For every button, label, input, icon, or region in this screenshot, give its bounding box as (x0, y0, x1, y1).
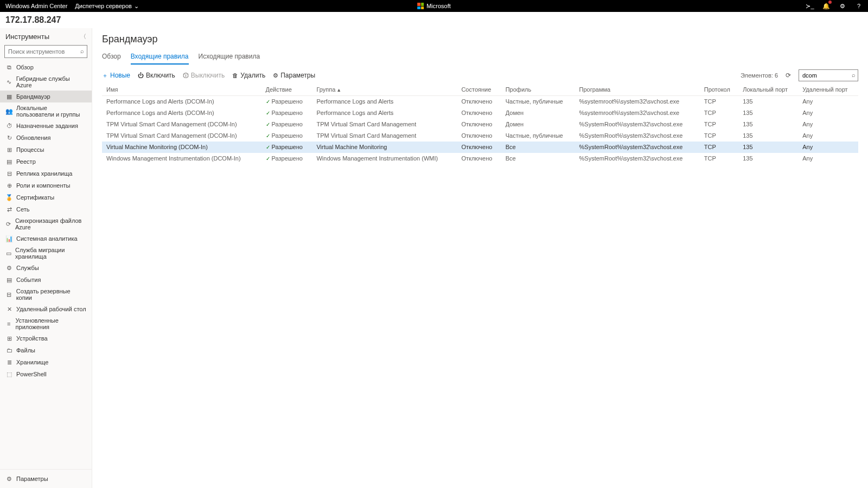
nav-icon: ≡ (5, 320, 12, 328)
nav-label: Устройства (16, 335, 48, 342)
nav-icon: ⇄ (5, 206, 13, 213)
sidebar-item[interactable]: ▤Реестр (0, 156, 92, 168)
table-row[interactable]: Performance Logs and Alerts (DCOM-In)✓Ра… (102, 107, 858, 119)
sidebar-item[interactable]: ✕Удаленный рабочий стол (0, 303, 92, 315)
table-cell: 135 (738, 130, 798, 142)
table-cell: Performance Logs and Alerts (DCOM-In) (102, 107, 261, 119)
tab[interactable]: Исходящие правила (199, 50, 260, 65)
sidebar-item[interactable]: ⊟Создать резервные копии (0, 286, 92, 303)
nav-icon: ▭ (5, 249, 12, 257)
table-row[interactable]: TPM Virtual Smart Card Management (DCOM-… (102, 119, 858, 130)
notifications-icon[interactable]: 🔔 (822, 2, 830, 10)
power-on-icon: ⏻ (138, 72, 144, 79)
help-icon[interactable]: ? (855, 2, 863, 10)
chevron-down-icon: ⌄ (134, 3, 139, 10)
sidebar-search-input[interactable] (4, 45, 87, 58)
topbar: Windows Admin Center Диспетчер серверов … (0, 0, 868, 12)
sidebar-item[interactable]: ⊞Процессы (0, 144, 92, 156)
sidebar-item[interactable]: ⏱Назначенные задания (0, 120, 92, 132)
delete-button[interactable]: 🗑Удалить (232, 72, 265, 79)
table-cell: TCP (700, 107, 738, 119)
sidebar-item[interactable]: ↻Обновления (0, 132, 92, 144)
table-cell: 135 (738, 107, 798, 119)
check-icon: ✓ (266, 133, 270, 139)
page-title: Брандмауэр (102, 34, 858, 45)
connection-label: Диспетчер серверов (75, 3, 132, 9)
table-cell: TCP (700, 142, 738, 153)
column-header[interactable]: Действие (261, 84, 312, 96)
enable-button[interactable]: ⏻Включить (138, 72, 175, 79)
sidebar-item[interactable]: ⚙Службы (0, 262, 92, 274)
column-header[interactable]: Протокол (700, 84, 738, 96)
sidebar-item[interactable]: ⊕Роли и компоненты (0, 179, 92, 191)
nav-icon: ▦ (5, 93, 13, 100)
sidebar-footer-settings[interactable]: ⚙ Параметры (0, 473, 92, 485)
new-button[interactable]: ＋Новые (102, 72, 130, 80)
column-header[interactable]: Удаленный порт (798, 84, 858, 96)
table-cell: Домен (501, 119, 575, 130)
column-header[interactable]: Состояние (457, 84, 501, 96)
column-header[interactable]: Группа▲ (312, 84, 457, 96)
connection-dropdown[interactable]: Диспетчер серверов ⌄ (75, 3, 139, 10)
nav-icon: ✕ (5, 305, 13, 313)
table-cell: ✓Разрешено (261, 96, 312, 107)
table-cell: Все (501, 142, 575, 153)
settings-icon[interactable]: ⚙ (839, 2, 846, 10)
sidebar-item[interactable]: ▭Служба миграции хранилища (0, 245, 92, 262)
sidebar-item[interactable]: ∿Гибридные службы Azure (0, 73, 92, 91)
table-row[interactable]: Performance Logs and Alerts (DCOM-In)✓Ра… (102, 96, 858, 107)
table-cell: Частные, публичные (501, 96, 575, 107)
toolbar: ＋Новые ⏻Включить ⏼Выключить 🗑Удалить ⚙Па… (102, 69, 858, 81)
table-search-input[interactable] (799, 69, 858, 81)
sidebar-item[interactable]: ⊞Устройства (0, 332, 92, 344)
column-header[interactable]: Профиль (501, 84, 575, 96)
table-body: Performance Logs and Alerts (DCOM-In)✓Ра… (102, 96, 858, 164)
nav-label: Обновления (16, 134, 50, 141)
tab[interactable]: Входящие правила (131, 50, 189, 65)
nav-label: Создать резервные копии (16, 288, 86, 301)
nav-label: Роли и компоненты (16, 182, 70, 189)
console-icon[interactable]: ≻_ (806, 2, 814, 10)
sidebar-item[interactable]: ⬚PowerShell (0, 368, 92, 380)
table-cell: Windows Management Instrumentation (WMI) (312, 153, 457, 164)
table-cell: Virtual Machine Monitoring (DCOM-In) (102, 142, 261, 153)
sidebar-item[interactable]: 👥Локальные пользователи и группы (0, 102, 92, 120)
sidebar-item[interactable]: ▤События (0, 274, 92, 286)
table-row[interactable]: TPM Virtual Smart Card Management (DCOM-… (102, 130, 858, 142)
column-header[interactable]: Программа (575, 84, 700, 96)
table-header-row: ИмяДействиеГруппа▲СостояниеПрофильПрогра… (102, 84, 858, 96)
sidebar: Инструменты 〈 ⌕ ⧉Обзор∿Гибридные службы … (0, 28, 92, 488)
sidebar-item[interactable]: 📊Системная аналитика (0, 233, 92, 245)
tab[interactable]: Обзор (102, 50, 121, 65)
brand[interactable]: Windows Admin Center (5, 3, 67, 9)
nav-label: События (16, 277, 41, 283)
sidebar-item[interactable]: ⟳Синхронизация файлов Azure (0, 215, 92, 233)
table-cell: %SystemRoot%\system32\svchost.exe (575, 153, 700, 164)
nav-icon: ⊞ (5, 146, 13, 153)
nav-icon: 🗀 (5, 346, 13, 354)
settings-button[interactable]: ⚙Параметры (273, 72, 315, 79)
sidebar-item[interactable]: ⊟Реплика хранилища (0, 168, 92, 179)
sidebar-item[interactable]: ▦Брандмауэр (0, 91, 92, 102)
sidebar-item[interactable]: ≣Хранилище (0, 356, 92, 368)
table-cell: %SystemRoot%\system32\svchost.exe (575, 130, 700, 142)
sidebar-collapse-icon[interactable]: 〈 (80, 33, 86, 41)
nav-icon: ⏱ (5, 122, 13, 130)
sidebar-item[interactable]: 🏅Сертификаты (0, 191, 92, 203)
disable-button[interactable]: ⏼Выключить (183, 72, 225, 79)
nav-icon: ⟳ (5, 220, 12, 228)
refresh-button[interactable]: ⟳ (786, 72, 791, 79)
column-header[interactable]: Локальный порт (738, 84, 798, 96)
sidebar-item[interactable]: ⧉Обзор (0, 61, 92, 73)
sidebar-item[interactable]: 🗀Файлы (0, 344, 92, 356)
column-header[interactable]: Имя (102, 84, 261, 96)
table-row[interactable]: Windows Management Instrumentation (DCOM… (102, 153, 858, 164)
sidebar-item[interactable]: ≡Установленные приложения (0, 315, 92, 332)
table-row[interactable]: Virtual Machine Monitoring (DCOM-In)✓Раз… (102, 142, 858, 153)
sidebar-search: ⌕ (4, 45, 87, 58)
sidebar-item[interactable]: ⇄Сеть (0, 203, 92, 215)
nav-icon: ⚙ (5, 264, 13, 272)
nav-list: ⧉Обзор∿Гибридные службы Azure▦Брандмауэр… (0, 61, 92, 469)
table-cell: %systemroot%\system32\svchost.exe (575, 96, 700, 107)
table-cell: Any (798, 142, 858, 153)
